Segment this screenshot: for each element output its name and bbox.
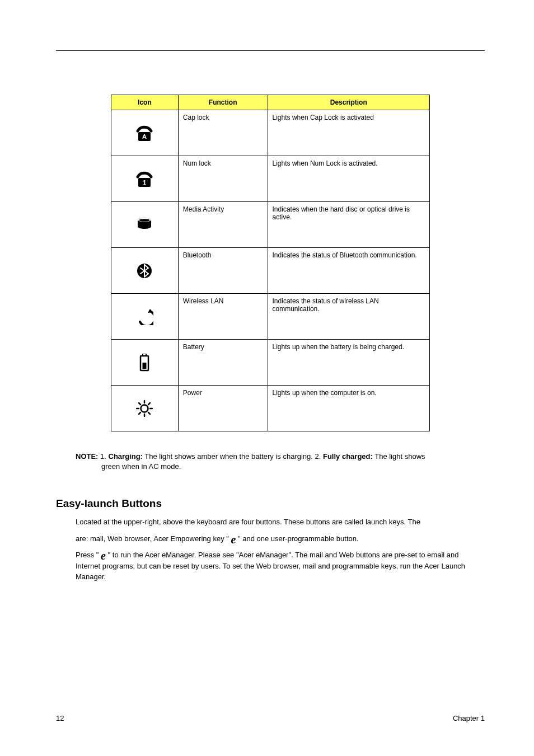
para-2: Press " e " to run the Acer eManager. Pl… <box>76 550 485 583</box>
num-lock-icon: 1 <box>135 170 154 188</box>
top-rule <box>56 50 485 51</box>
note-fullycharged: Fully charged: <box>323 452 373 461</box>
svg-point-12 <box>141 405 148 412</box>
table-row: Bluetooth Indicates the status of Blueto… <box>111 248 430 294</box>
chapter-label: Chapter 1 <box>453 714 485 722</box>
cell-function: Power <box>178 386 268 431</box>
caps-lock-icon: A <box>135 124 154 142</box>
cell-description: Indicates when the hard disc or optical … <box>268 202 429 248</box>
table-row: Media Activity Indicates when the hard d… <box>111 202 430 248</box>
cell-function: Battery <box>178 340 268 386</box>
svg-point-6 <box>139 219 150 222</box>
media-activity-icon <box>136 218 153 232</box>
cell-function: Media Activity <box>178 202 268 248</box>
th-function: Function <box>178 95 268 110</box>
cell-function: Wireless LAN <box>178 294 268 340</box>
table-row: Battery Lights up when the battery is be… <box>111 340 430 386</box>
empowering-key-icon: e <box>101 550 106 562</box>
para-1b-pre: are: mail, Web browser, Acer Empowering … <box>76 534 231 543</box>
power-icon <box>136 400 153 417</box>
indicator-table: Icon Function Description A Cap lock Lig… <box>111 95 430 431</box>
table-row: Power Lights up when the computer is on. <box>111 386 430 431</box>
note-text: The light shows amber when the battery i… <box>143 452 323 461</box>
section-body: Located at the upper-right, above the ke… <box>76 516 485 583</box>
cell-description: Lights when Cap Lock is activated <box>268 110 429 156</box>
wireless-lan-icon <box>135 308 153 325</box>
svg-rect-11 <box>143 363 147 369</box>
table-row: A Cap lock Lights when Cap Lock is activ… <box>111 110 430 156</box>
para-1a: Located at the upper-right, above the ke… <box>76 516 485 528</box>
section-heading: Easy-launch Buttons <box>56 497 485 510</box>
cell-function: Cap lock <box>178 110 268 156</box>
note-text: The light shows <box>373 452 425 461</box>
battery-icon <box>139 354 150 372</box>
cell-description: Lights when Num Lock is activated. <box>268 156 429 202</box>
th-icon: Icon <box>111 95 179 110</box>
page-footer: 12 Chapter 1 <box>56 714 485 722</box>
table-row: 1 Num lock Lights when Num Lock is activ… <box>111 156 430 202</box>
th-description: Description <box>268 95 429 110</box>
note-line2: green when in AC mode. <box>101 462 479 472</box>
note-text: 1. <box>100 452 108 461</box>
svg-marker-8 <box>148 309 153 313</box>
para-1b: are: mail, Web browser, Acer Empowering … <box>76 533 485 544</box>
para-1b-post: " and one user-programmable button. <box>236 534 358 543</box>
cell-description: Lights up when the computer is on. <box>268 386 429 431</box>
table-row: Wireless LAN Indicates the status of wir… <box>111 294 430 340</box>
page-number: 12 <box>56 714 64 722</box>
note-block: NOTE: 1. Charging: The light shows amber… <box>76 452 485 472</box>
para-2-post: " to run the Acer eManager. Please see "… <box>76 551 465 581</box>
svg-line-18 <box>148 412 150 414</box>
note-charging: Charging: <box>109 452 143 461</box>
svg-text:A: A <box>142 133 147 140</box>
cell-description: Indicates the status of Bluetooth commun… <box>268 248 429 294</box>
svg-line-20 <box>148 403 150 405</box>
note-prefix: NOTE: <box>76 452 100 461</box>
cell-description: Lights up when the battery is being char… <box>268 340 429 386</box>
svg-line-17 <box>139 403 140 405</box>
cell-function: Num lock <box>178 156 268 202</box>
svg-line-19 <box>139 412 140 414</box>
cell-description: Indicates the status of wireless LAN com… <box>268 294 429 340</box>
bluetooth-icon <box>136 262 153 279</box>
svg-text:1: 1 <box>143 179 147 187</box>
para-2-pre: Press " <box>76 551 101 559</box>
cell-function: Bluetooth <box>178 248 268 294</box>
